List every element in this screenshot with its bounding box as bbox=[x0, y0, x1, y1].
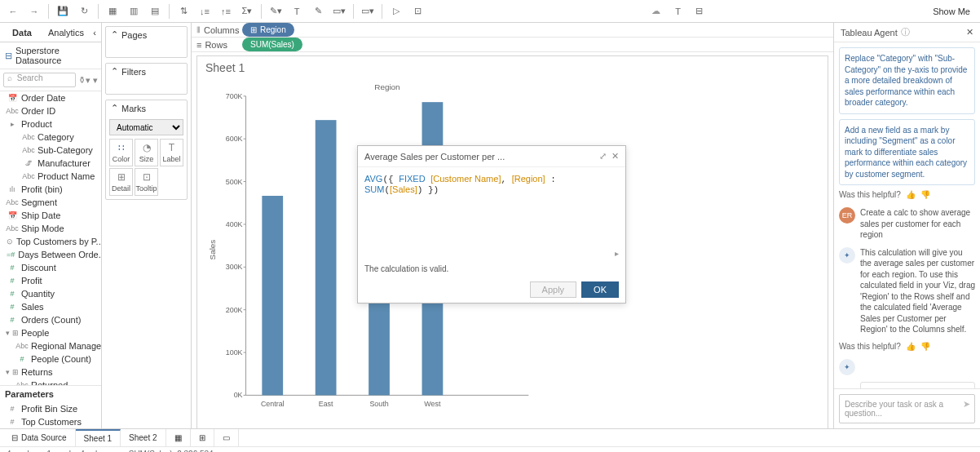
filter-icon[interactable]: T bbox=[669, 2, 688, 20]
tab-sheet-2[interactable]: Sheet 2 bbox=[121, 429, 166, 446]
agent-panel: Tableau Agent ⓘ ✕ Replace "Category" wit… bbox=[833, 23, 980, 428]
format-icon[interactable]: ✎ bbox=[308, 2, 328, 20]
field-item[interactable]: #Quantity bbox=[0, 287, 101, 300]
field-item[interactable]: #Top Customers bbox=[0, 415, 101, 428]
tab-data-source[interactable]: ⊟Data Source bbox=[3, 429, 76, 446]
avatar: ✦ bbox=[839, 247, 855, 264]
bar[interactable] bbox=[262, 196, 283, 395]
field-item[interactable]: ılıProfit (bin) bbox=[0, 183, 101, 196]
field-type-icon: Abc bbox=[7, 107, 18, 115]
apply-button[interactable]: Apply bbox=[530, 281, 577, 298]
field-item[interactable]: #Sales bbox=[0, 300, 101, 313]
expand-arrow[interactable]: ▸ bbox=[358, 249, 625, 261]
totals-icon[interactable]: Σ▾ bbox=[237, 2, 257, 20]
field-item[interactable]: AbcSegment bbox=[0, 196, 101, 209]
view-icon[interactable]: ▭▾ bbox=[358, 2, 377, 20]
field-item[interactable]: 🖇Manufacturer bbox=[0, 157, 101, 170]
field-item[interactable]: #Discount bbox=[0, 261, 101, 274]
field-item[interactable]: 📅Ship Date bbox=[0, 209, 101, 222]
agent-input[interactable]: Describe your task or ask a question... bbox=[839, 394, 975, 423]
present-icon[interactable]: ▷ bbox=[386, 2, 406, 20]
field-item[interactable]: #People (Count) bbox=[0, 352, 101, 366]
close-icon[interactable]: ✕ bbox=[611, 151, 619, 162]
info-icon[interactable]: ⓘ bbox=[901, 26, 910, 38]
sort-asc-icon[interactable]: ↓≡ bbox=[195, 2, 214, 20]
revert-button[interactable]: ↻ bbox=[74, 2, 94, 20]
highlight-icon[interactable]: ✎▾ bbox=[266, 2, 285, 20]
field-type-icon: Abc bbox=[23, 133, 34, 141]
new-worksheet-icon[interactable]: ▦ bbox=[103, 2, 122, 20]
data-panel: Data Analytics ‹ ⊟ Superstore Datasource… bbox=[0, 23, 102, 428]
datasource-name[interactable]: ⊟ Superstore Datasource bbox=[0, 42, 101, 69]
bar[interactable] bbox=[316, 120, 337, 395]
tab-sheet-1[interactable]: Sheet 1 bbox=[76, 429, 121, 446]
field-item[interactable]: ⊙Top Customers by P... bbox=[0, 235, 101, 248]
tab-analytics[interactable]: Analytics bbox=[44, 23, 88, 42]
field-item[interactable]: AbcCategory bbox=[0, 131, 101, 144]
field-item[interactable]: #Profit bbox=[0, 274, 101, 287]
sheet-title[interactable]: Sheet 1 bbox=[197, 56, 828, 79]
columns-pill-region[interactable]: ⊞Region bbox=[242, 23, 294, 37]
formula-editor[interactable]: AVG({ FIXED [Customer Name], [Region] : … bbox=[358, 167, 625, 249]
new-dashboard-icon[interactable]: ▥ bbox=[124, 2, 143, 20]
thumbs-down-icon[interactable]: 👎 bbox=[920, 342, 930, 351]
field-item[interactable]: ▸Product bbox=[0, 117, 101, 131]
thumbs-up-icon[interactable]: 👍 bbox=[906, 190, 916, 199]
field-item[interactable]: #Profit Bin Size bbox=[0, 402, 101, 415]
columns-shelf[interactable]: ⦀Columns ⊞Region bbox=[192, 23, 833, 38]
mark-tooltip[interactable]: ⊡Tooltip bbox=[135, 168, 158, 196]
ok-button[interactable]: OK bbox=[581, 281, 619, 298]
field-type-icon: # bbox=[7, 303, 18, 311]
parameters-header: Parameters bbox=[0, 385, 101, 402]
expand-icon[interactable]: ⤢ bbox=[599, 151, 607, 162]
rows-shelf[interactable]: ≡Rows SUM(Sales) bbox=[192, 38, 833, 52]
marks-type-select[interactable]: Automatic bbox=[109, 119, 183, 135]
table-header[interactable]: ▾ ⊞People bbox=[0, 326, 101, 339]
back-button[interactable]: ← bbox=[3, 2, 23, 20]
field-item[interactable]: AbcShip Mode bbox=[0, 222, 101, 235]
tab-data[interactable]: Data bbox=[0, 23, 44, 42]
rows-pill-sales[interactable]: SUM(Sales) bbox=[242, 38, 302, 51]
field-item[interactable]: AbcProduct Name bbox=[0, 170, 101, 183]
guide-icon[interactable]: ⊟ bbox=[690, 2, 709, 20]
show-me-button[interactable]: Show Me bbox=[926, 7, 977, 16]
swap-icon[interactable]: ⇅ bbox=[174, 2, 193, 20]
filters-card[interactable]: ⌃Filters bbox=[105, 63, 188, 95]
fit-icon[interactable]: ▭▾ bbox=[329, 2, 349, 20]
device-icon[interactable]: ⊡ bbox=[408, 2, 427, 20]
field-item[interactable]: AbcRegional Manager bbox=[0, 339, 101, 352]
cloud-icon[interactable]: ☁ bbox=[645, 6, 667, 16]
send-icon[interactable]: ➤ bbox=[963, 399, 970, 410]
fields-menu-icon[interactable]: ▾ bbox=[93, 75, 98, 86]
svg-text:West: West bbox=[424, 400, 441, 408]
new-dashboard-icon[interactable]: ⊞ bbox=[191, 429, 214, 446]
forward-button[interactable]: → bbox=[24, 2, 44, 20]
sort-desc-icon[interactable]: ↑≡ bbox=[216, 2, 236, 20]
new-story-icon[interactable]: ▤ bbox=[145, 2, 165, 20]
field-item[interactable]: 📅Order Date bbox=[0, 91, 101, 104]
mark-label[interactable]: TLabel bbox=[160, 139, 183, 166]
mark-size[interactable]: ◔Size bbox=[135, 139, 158, 166]
svg-text:700K: 700K bbox=[226, 92, 243, 100]
new-story-icon[interactable]: ▭ bbox=[214, 429, 239, 446]
field-item[interactable]: AbcReturned bbox=[0, 379, 101, 385]
save-button[interactable]: 💾 bbox=[53, 2, 73, 20]
filter-fields-icon[interactable]: ⚱▾ bbox=[78, 75, 90, 86]
thumbs-down-icon[interactable]: 👎 bbox=[920, 190, 930, 199]
new-sheet-icon[interactable]: ▦ bbox=[166, 429, 191, 446]
labels-icon[interactable]: T bbox=[287, 2, 307, 20]
mark-detail[interactable]: ⊞Detail bbox=[109, 168, 133, 196]
panel-collapse-icon[interactable]: ‹ bbox=[88, 23, 101, 42]
table-header[interactable]: ▾ ⊞Returns bbox=[0, 366, 101, 379]
suggestion-1[interactable]: Replace "Category" with "Sub-Category" o… bbox=[839, 47, 975, 114]
mark-color[interactable]: ∷Color bbox=[109, 139, 133, 166]
field-item[interactable]: =#Days Between Orde... bbox=[0, 248, 101, 261]
pages-card[interactable]: ⌃Pages bbox=[105, 26, 188, 58]
suggestion-2[interactable]: Add a new field as a mark by including "… bbox=[839, 119, 975, 186]
search-input[interactable]: ⌕ Search bbox=[3, 73, 76, 87]
field-item[interactable]: #Orders (Count) bbox=[0, 313, 101, 326]
close-icon[interactable]: ✕ bbox=[966, 27, 973, 38]
field-item[interactable]: AbcOrder ID bbox=[0, 104, 101, 117]
field-item[interactable]: AbcSub-Category bbox=[0, 144, 101, 157]
thumbs-up-icon[interactable]: 👍 bbox=[906, 342, 916, 351]
